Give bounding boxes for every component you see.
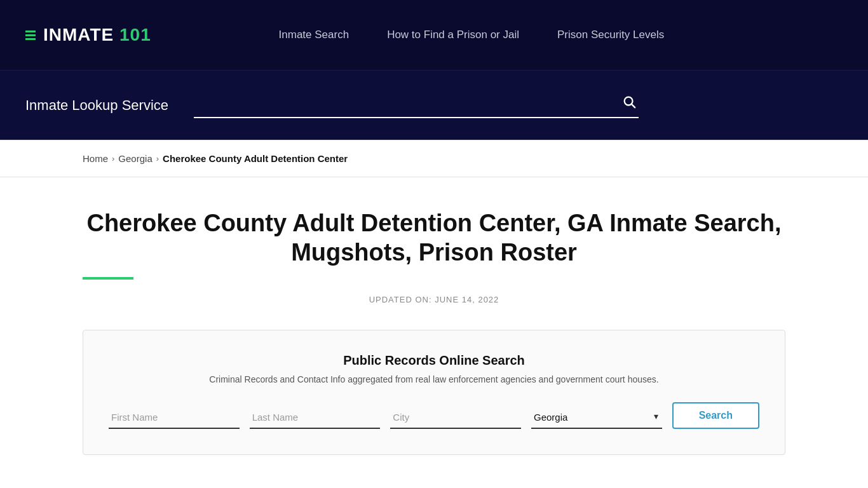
- city-field: [390, 407, 521, 429]
- search-input[interactable]: [194, 95, 620, 112]
- breadcrumb-current: Cherokee County Adult Detention Center: [163, 153, 348, 164]
- search-input-wrapper: [194, 92, 639, 118]
- nav-link-how-to-find[interactable]: How to Find a Prison or Jail: [387, 29, 519, 41]
- search-button[interactable]: Search: [672, 402, 759, 429]
- state-select[interactable]: AlabamaAlaskaArizonaArkansasCaliforniaCo…: [531, 407, 662, 429]
- title-underline: [83, 277, 133, 280]
- top-navigation: INMATE 101 Inmate Search How to Find a P…: [0, 0, 868, 70]
- site-logo[interactable]: INMATE 101: [25, 25, 151, 45]
- logo-icon: [25, 30, 36, 40]
- nav-links: Inmate Search How to Find a Prison or Ja…: [279, 29, 715, 41]
- breadcrumb-georgia[interactable]: Georgia: [118, 153, 152, 164]
- breadcrumb-home[interactable]: Home: [83, 153, 108, 164]
- last-name-field: [250, 407, 381, 429]
- logo-text: INMATE 101: [43, 25, 151, 45]
- first-name-input[interactable]: [109, 407, 240, 429]
- search-form-row: AlabamaAlaskaArizonaArkansasCaliforniaCo…: [109, 402, 759, 429]
- page-title: Cherokee County Adult Detention Center, …: [83, 209, 785, 267]
- search-icon: [622, 95, 636, 109]
- city-input[interactable]: [390, 407, 521, 429]
- nav-link-inmate-search[interactable]: Inmate Search: [279, 29, 349, 41]
- state-select-wrapper: AlabamaAlaskaArizonaArkansasCaliforniaCo…: [531, 407, 662, 429]
- service-label: Inmate Lookup Service: [25, 97, 168, 114]
- updated-on: UPDATED ON: JUNE 14, 2022: [83, 295, 785, 304]
- svg-line-1: [632, 104, 635, 107]
- last-name-input[interactable]: [250, 407, 381, 429]
- breadcrumb-separator-2: ›: [156, 154, 159, 163]
- first-name-field: [109, 407, 240, 429]
- breadcrumb: Home › Georgia › Cherokee County Adult D…: [0, 140, 868, 177]
- main-content: Cherokee County Adult Detention Center, …: [0, 177, 868, 480]
- search-card-description: Criminal Records and Contact Info aggreg…: [109, 374, 759, 384]
- search-icon-button[interactable]: [620, 92, 639, 114]
- search-card-title: Public Records Online Search: [109, 353, 759, 368]
- breadcrumb-separator-1: ›: [112, 154, 114, 163]
- search-card: Public Records Online Search Criminal Re…: [83, 330, 785, 455]
- nav-link-prison-security[interactable]: Prison Security Levels: [557, 29, 664, 41]
- search-header: Inmate Lookup Service: [0, 70, 868, 140]
